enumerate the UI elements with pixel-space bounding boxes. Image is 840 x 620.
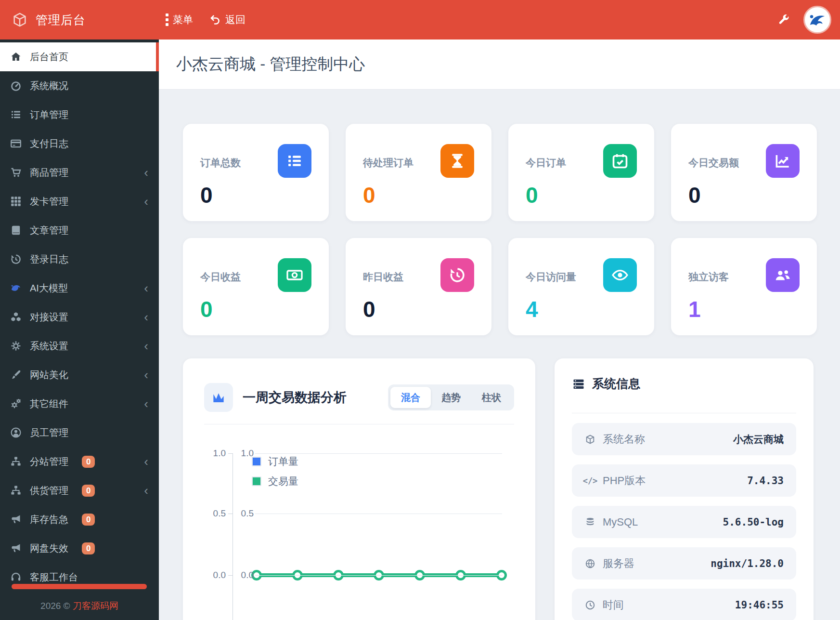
area-chart-icon — [204, 383, 233, 412]
stat-value: 0 — [363, 298, 474, 320]
sidebar-item[interactable]: 网站美化‹ — [0, 360, 159, 389]
sidebar-item[interactable]: 对接设置‹ — [0, 303, 159, 331]
brush-icon — [10, 369, 22, 381]
sidebar-scrollbar-thumb[interactable] — [12, 584, 147, 589]
user-avatar[interactable] — [803, 6, 831, 34]
page-header: 小杰云商城 - 管理控制中心 — [159, 40, 840, 90]
credit-card-icon — [10, 137, 22, 150]
sidebar-item[interactable]: 支付日志 — [0, 129, 159, 158]
gridline — [255, 514, 502, 514]
sidebar-item-label: 供货管理 — [30, 484, 68, 497]
history-icon — [440, 258, 474, 292]
stat-value: 0 — [688, 184, 800, 206]
back-label: 返回 — [225, 13, 246, 26]
system-info-row: 时间19:46:55 — [572, 589, 796, 620]
book-icon — [10, 224, 22, 237]
divider — [572, 413, 796, 413]
sidebar-item[interactable]: 系统概况 — [0, 71, 159, 100]
sidebar-item[interactable]: 其它组件‹ — [0, 389, 159, 418]
sidebar-item-label: 分站管理 — [30, 455, 68, 468]
chevron-left-icon: ‹ — [144, 340, 148, 352]
y-axis-label: 0.0 — [205, 570, 226, 580]
topbar: 管理后台 菜单 返回 — [0, 0, 840, 40]
app-root: 管理后台 菜单 返回 后台首页系统概况订单管理支付日志商品管理‹发卡管理‹文章管… — [0, 0, 840, 620]
axis-tick — [228, 575, 233, 576]
bullhorn-icon — [10, 542, 22, 554]
sidebar-item[interactable]: AI大模型‹ — [0, 274, 159, 303]
menu-button[interactable]: 菜单 — [166, 13, 193, 26]
stats-grid: 订单总数0待处理订单0今日订单0今日交易额0今日收益0昨日收益0今日访问量4独立… — [183, 124, 817, 335]
count-badge: 0 — [82, 485, 95, 497]
brand-title: 管理后台 — [36, 12, 86, 28]
headset-icon — [10, 571, 22, 583]
back-button[interactable]: 返回 — [209, 13, 246, 26]
chevron-left-icon: ‹ — [144, 455, 148, 468]
sidebar-item-label: AI大模型 — [30, 282, 68, 295]
system-info-rows: 系统名称小杰云商城</>PHP版本7.4.33MySQL5.6.50-log服务… — [572, 423, 796, 620]
system-info-value: 19:46:55 — [735, 599, 784, 611]
legend-item[interactable]: 交易量 — [252, 475, 298, 488]
weekly-chart-card: 一周交易数据分析 混合趋势柱状 订单量交易量 1.01.00.50.50.00.… — [183, 358, 535, 620]
wrench-icon[interactable] — [777, 13, 790, 26]
sidebar-item[interactable]: 文章管理 — [0, 216, 159, 245]
chevron-left-icon: ‹ — [144, 369, 148, 381]
system-info-value: 小杰云商城 — [733, 433, 784, 446]
brand: 管理后台 — [0, 12, 159, 28]
axis-tick — [228, 514, 233, 514]
sidebar-item[interactable]: 供货管理0‹ — [0, 476, 159, 505]
list-icon — [10, 108, 22, 121]
chart-tab[interactable]: 混合 — [390, 387, 431, 408]
sidebar-item-label: 其它组件 — [30, 397, 68, 410]
chevron-left-icon: ‹ — [144, 195, 148, 208]
system-info-row: 服务器nginx/1.28.0 — [572, 547, 796, 580]
menu-label: 菜单 — [173, 13, 193, 26]
system-info-row: MySQL5.6.50-log — [572, 506, 796, 538]
list-ol-icon — [278, 144, 311, 178]
hourglass-icon — [440, 144, 474, 178]
sidebar-item-label: 网盘失效 — [30, 542, 68, 555]
stat-card: 今日订单0 — [508, 124, 654, 221]
sidebar-item-label: 后台首页 — [30, 51, 68, 64]
footer-year: 2026 © — [40, 601, 70, 611]
sidebar-footer: 2026 © 刀客源码网 — [0, 600, 159, 612]
sidebar-item[interactable]: 员工管理 — [0, 418, 159, 447]
sidebar-item-label: 订单管理 — [30, 108, 68, 121]
stat-card: 订单总数0 — [183, 124, 329, 221]
sidebar-item[interactable]: 系统设置‹ — [0, 331, 159, 360]
globe-icon — [584, 558, 596, 569]
sidebar-item[interactable]: 库存告急0 — [0, 505, 159, 534]
sidebar-item-label: 对接设置 — [30, 311, 68, 324]
system-info-row: </>PHP版本7.4.33 — [572, 464, 796, 497]
sidebar-item[interactable]: 商品管理‹ — [0, 158, 159, 187]
gridline — [255, 575, 502, 576]
y-axis-label: 0.5 — [205, 508, 226, 519]
legend-item[interactable]: 订单量 — [252, 455, 298, 468]
sidebar-item-label: 商品管理 — [30, 166, 68, 179]
y-axis-label: 0.0 — [233, 570, 254, 580]
cubes-icon — [10, 311, 22, 323]
sidebar-item[interactable]: 订单管理 — [0, 100, 159, 129]
sidebar-item-label: 客服工作台 — [30, 571, 78, 584]
sidebar-item[interactable]: 分站管理0‹ — [0, 447, 159, 476]
money-icon — [278, 258, 311, 292]
sidebar-item[interactable]: 网盘失效0 — [0, 534, 159, 563]
system-info-label: MySQL — [603, 516, 638, 528]
topnav: 菜单 返回 — [166, 13, 246, 26]
sidebar-item[interactable]: 发卡管理‹ — [0, 187, 159, 216]
gears-icon — [10, 397, 22, 410]
system-info-card: 系统信息 系统名称小杰云商城</>PHP版本7.4.33MySQL5.6.50-… — [555, 358, 814, 620]
chart-plot: 订单量交易量 1.01.00.50.50.00.0 — [183, 424, 535, 620]
chart-tab[interactable]: 趋势 — [431, 387, 471, 408]
chart-tab[interactable]: 柱状 — [471, 387, 512, 408]
system-info-value: nginx/1.28.0 — [711, 558, 784, 569]
stat-card: 今日访问量4 — [508, 238, 654, 335]
sidebar-item-label: 支付日志 — [30, 137, 68, 150]
system-info-label: PHP版本 — [603, 474, 646, 488]
code-icon: </> — [584, 475, 596, 487]
sidebar-item-label: 库存告急 — [30, 513, 68, 526]
footer-link[interactable]: 刀客源码网 — [73, 601, 118, 611]
sidebar-item-label: 登录日志 — [30, 253, 68, 266]
sidebar-item[interactable]: 后台首页 — [0, 42, 159, 71]
sidebar-item[interactable]: 登录日志 — [0, 245, 159, 274]
gear-icon — [10, 340, 22, 352]
